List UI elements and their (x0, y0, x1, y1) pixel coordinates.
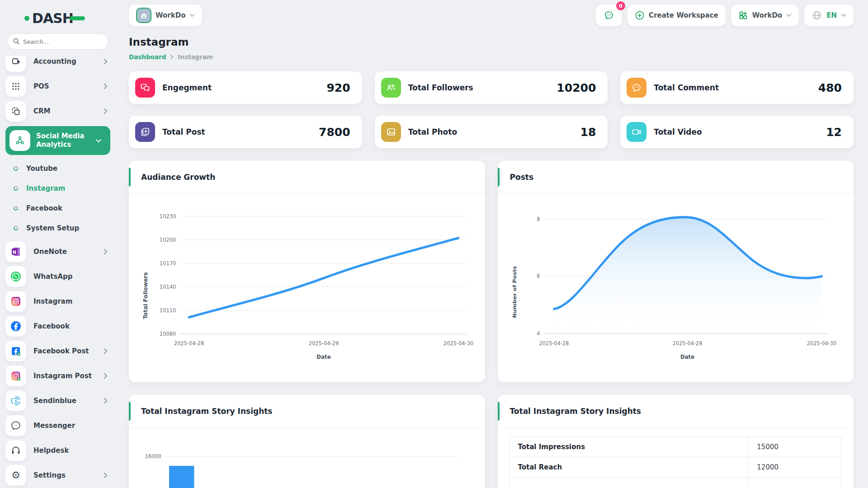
sidebar-item-facebook-post[interactable]: Facebook Post (5, 341, 110, 361)
chevron-down-icon (189, 14, 195, 17)
impressions-bar (169, 466, 194, 488)
stat-value: 18 (580, 126, 596, 139)
sidebar-item-label: Facebook (33, 322, 108, 330)
logo-dot-icon (24, 16, 29, 21)
chart-title: Total Instagram Story Insights (141, 407, 273, 416)
stat-label: Total Post (162, 127, 319, 136)
svg-text:10230: 10230 (160, 213, 176, 219)
svg-text:2025-04-28: 2025-04-28 (174, 340, 204, 347)
sidebar-item-label: Instagram (33, 297, 108, 305)
sidebar-item-helpdesk[interactable]: Helpdesk (5, 440, 110, 461)
page-title: Instagram (129, 36, 854, 48)
chart-title: Audiance Growth (141, 173, 215, 182)
sidebar-item-sendinblue[interactable]: Sendinblue (5, 390, 110, 411)
bottom-row: Total Instagram Story Insights 16000 Tot… (129, 395, 854, 488)
sidebar-item-instagram[interactable]: Instagram (5, 291, 110, 312)
workspace-switcher-button[interactable]: WorkDo (731, 5, 799, 26)
sidebar-item-social-media-analytics[interactable]: Social Media Analytics (5, 126, 110, 155)
workspace-button[interactable]: WorkDo (129, 5, 202, 26)
sidebar-menu: Accounting POS CRM Social Media Analytic… (0, 51, 116, 486)
stat-card-total-video: Total Video 12 (620, 116, 854, 148)
stat-label: Total Video (654, 127, 826, 136)
svg-text:6: 6 (537, 273, 540, 280)
svg-text:10200: 10200 (160, 237, 176, 243)
story-insights-bar-chart[interactable]: 16000 (129, 427, 485, 488)
chevron-right-icon (104, 398, 108, 404)
chevron-down-icon (841, 14, 846, 17)
messages-button[interactable]: 0 (596, 5, 622, 26)
sidebar-item-crm[interactable]: CRM (5, 101, 110, 122)
stat-card-total-post: Total Post 7800 (129, 116, 362, 148)
stats-grid: Engegment 920 Total Followers 10200 Tota… (129, 71, 854, 148)
workspace-name: WorkDo (156, 11, 185, 19)
svg-text:2025-04-29: 2025-04-29 (309, 340, 339, 347)
helpdesk-icon (5, 440, 26, 461)
create-workspace-button[interactable]: Create Workspace (627, 5, 726, 26)
svg-text:4: 4 (537, 330, 540, 337)
sidebar-item-messenger[interactable]: Messenger (5, 415, 110, 436)
posts-chart[interactable]: Number of Posts 8 6 4 2025-04-28 (498, 193, 854, 382)
chevron-down-icon (786, 14, 792, 17)
svg-text:10170: 10170 (160, 260, 176, 267)
breadcrumb-dashboard-link[interactable]: Dashboard (129, 53, 166, 61)
sidebar-subitem-system-setup[interactable]: System Setup (14, 219, 110, 237)
sidebar-subitem-facebook[interactable]: Facebook (14, 199, 110, 217)
bullet-icon (13, 185, 19, 192)
app-logo[interactable]: DASH (7, 10, 108, 26)
language-label: EN (826, 11, 837, 19)
stat-card-total-photo: Total Photo 18 (375, 116, 608, 148)
globe-icon (811, 10, 822, 21)
story-insights-chart-card: Total Instagram Story Insights 16000 (129, 395, 485, 488)
sidebar-item-label: Sendinblue (33, 397, 96, 405)
sidebar-subitem-label: Youtube (26, 164, 57, 173)
sidebar-item-pos[interactable]: POS (5, 76, 110, 97)
sidebar-subitem-instagram[interactable]: Instagram (14, 179, 110, 197)
workspace-avatar (136, 8, 151, 23)
metric-value: 12000 (749, 457, 842, 478)
posts-card: Posts Number of Posts 8 6 4 (498, 161, 854, 382)
grid-plus-icon (738, 10, 748, 20)
svg-text:8: 8 (537, 216, 540, 222)
stat-value: 12 (826, 126, 842, 139)
crm-icon (5, 101, 26, 122)
svg-text:2025-04-29: 2025-04-29 (672, 340, 702, 347)
audience-growth-chart[interactable]: Total Followers 10230 10200 10170 10140 (129, 193, 485, 382)
top-header: WorkDo 0 Create Workspace WorkDo EN (129, 5, 854, 26)
sidebar-item-instagram-post[interactable]: Instagram Post (5, 366, 110, 386)
sidebar-item-label: Accounting (33, 57, 96, 66)
card-header: Total Instagram Story Insights (129, 395, 485, 427)
svg-text:10110: 10110 (160, 307, 176, 314)
language-selector[interactable]: EN (804, 5, 854, 26)
table-row (509, 478, 842, 488)
notification-badge: 0 (616, 1, 625, 10)
chevron-right-icon (104, 108, 108, 114)
audience-growth-line (189, 238, 458, 318)
stat-value: 480 (818, 81, 842, 94)
sidebar-item-facebook[interactable]: Facebook (5, 316, 110, 337)
post-icon (135, 122, 155, 142)
svg-text:2025-04-28: 2025-04-28 (539, 340, 568, 347)
sidebar-subitem-label: System Setup (26, 224, 79, 232)
chevron-right-icon (104, 249, 108, 255)
sidebar-item-settings[interactable]: ⚙ Settings (5, 465, 110, 486)
create-workspace-label: Create Workspace (649, 11, 718, 19)
chat-bubble-icon (604, 10, 614, 21)
svg-text:Total Followers: Total Followers (143, 272, 149, 319)
stat-label: Total Photo (408, 127, 580, 136)
sidebar-item-label: POS (33, 82, 96, 90)
search-input[interactable] (7, 33, 108, 50)
sidebar: DASH Accounting POS CRM (0, 0, 116, 488)
stat-label: Total Comment (654, 83, 818, 92)
card-header: Posts (498, 161, 854, 193)
breadcrumb-current: Instagram (178, 53, 213, 61)
svg-text:10140: 10140 (160, 284, 176, 290)
metric-label: Total Reach (509, 457, 749, 478)
sidebar-item-whatsapp[interactable]: WhatsApp (5, 266, 110, 287)
sidebar-item-label: Helpdesk (33, 446, 108, 455)
sidebar-subitem-youtube[interactable]: Youtube (14, 160, 110, 178)
page-header: Instagram Dashboard Instagram (129, 36, 854, 61)
sidebar-item-onenote[interactable]: N OneNote (5, 241, 110, 262)
followers-icon (381, 78, 401, 98)
plus-circle-icon (635, 10, 645, 20)
facebook-post-icon (5, 341, 26, 361)
